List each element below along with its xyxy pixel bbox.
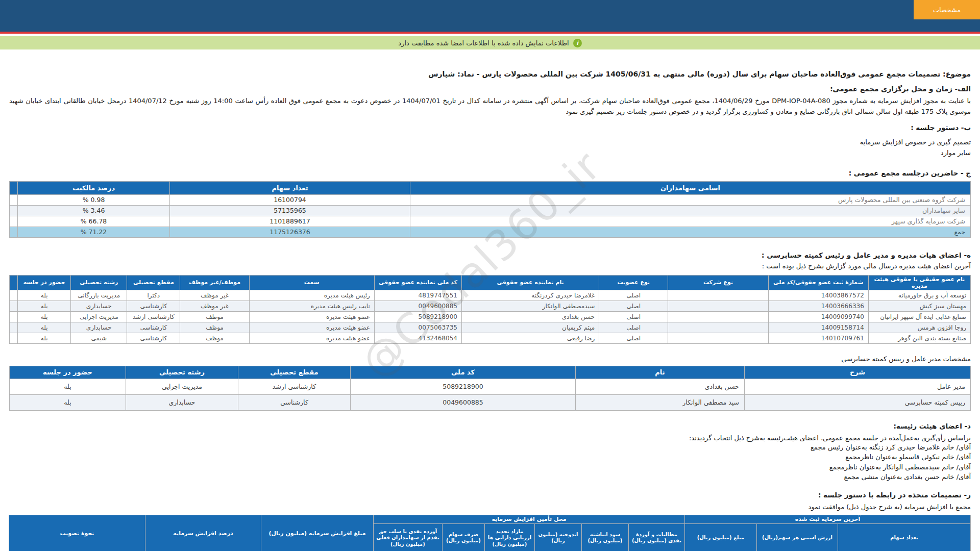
column-header-share-count: تعداد سهام [170,181,410,194]
column-header-degree: مقطع تحصیلی [127,275,180,290]
representative-id-cell: 0075063735 [374,322,461,333]
capital-increase-table: آخرین سرمایه ثبت شده محل تأمین افزایش سر… [9,515,971,551]
position-cell: عضو هیئت مدیره [249,333,374,343]
total-percent-cell: 71.22 % [18,227,170,237]
national-id-cell: 0049600885 [351,394,576,410]
section-heading-decisions: ر- تصمیمات متخذه در رابطه با دستور جلسه … [9,491,971,499]
name-cell: سید مصطفی الوانکار [576,394,745,410]
notice-text: اطلاعات نمایش داده شده با اطلاعات امضا ش… [398,39,569,47]
position-cell: عضو هیئت مدیره [249,311,374,322]
field-cell: حسابداری [71,300,127,311]
executive-status-cell: موظف [180,311,249,322]
representative-id-cell: 4819747551 [374,290,461,300]
field-cell: مدیریت بازرگانی [71,290,127,300]
section-heading-time-place: الف- زمان و محل برگزاری مجمع عمومی: [9,85,971,93]
attendees-table: اسامی سهامداران تعداد سهام درصد مالکیت ش… [9,181,971,238]
degree-cell: دکترا [127,290,180,300]
member-name-cell: صنایع غذایی ایده آل سپهر ایرانیان [868,311,970,322]
total-share-count-cell: 1175126376 [170,227,410,237]
column-header-description: شرح [745,366,971,379]
column-header-attendance: حضور در جلسه [10,366,126,379]
row-marker-cell [10,290,18,300]
table-row: شرکت سرمایه گذاری سپهر 1101889617 66.78 … [10,216,971,227]
table-row: صنایع غذایی ایده آل سپهر ایرانیان 140090… [10,311,971,322]
attendance-cell: بله [18,290,71,300]
column-header-field-of-study: رشته تحصیلی [71,275,127,290]
representative-id-cell: 4132468054 [374,333,461,343]
table-header-row: اسامی سهامداران تعداد سهام درصد مالکیت [10,181,971,194]
column-header-name: نام [576,366,745,379]
column-header-registration-number: شمارهٔ ثبت عضو حقوقی/کد ملی [768,275,868,290]
field-cell: حسابداری [71,322,127,333]
degree-cell: کارشناسی [238,394,351,410]
row-marker-cell [10,322,18,333]
degree-cell: کارشناسی [127,300,180,311]
row-marker-cell [10,205,18,216]
column-header-national-id: کد ملی [351,366,576,379]
attendance-cell: بله [10,379,126,394]
column-header-representative-national-id: کد ملی نماینده عضو حقوقی [374,275,461,290]
board-members-table: نام عضو حقیقی یا حقوقی هیئت مدیره شمارهٔ… [9,275,971,344]
member-name-cell: توسعه آب و برق خاورمیانه [868,290,970,300]
table-row: روجا افزون هرمس 14009158714 اصلی میثم کر… [10,322,971,333]
registration-number-cell: 14010709761 [768,333,868,343]
row-marker-cell [10,194,18,205]
membership-type-cell: اصلی [599,290,668,300]
total-label-cell: جمع [410,227,971,237]
row-marker-cell [10,311,18,322]
tab-specifications[interactable]: مشخصات [914,0,980,19]
company-type-cell [668,311,768,322]
column-header-cash-waiver: آورده نقدی با سلب حق تقدم از سهامداران ف… [373,523,442,551]
national-id-cell: 5089218900 [351,379,576,394]
column-header-receivables-cash: مطالبات و آوردهٔ نقدی (میلیون ریال) [628,523,684,551]
attendance-cell: بله [18,333,71,343]
agenda-item: تصمیم گیری در خصوص افزایش سرمایه [9,138,971,146]
role-cell: مدیر عامل [745,379,971,394]
group-header-increase-source: محل تأمین افزایش سرمایه [373,515,684,523]
representative-name-cell: حسن بغدادی [461,311,599,322]
row-marker-cell [10,227,18,237]
attendance-cell: بله [10,394,126,410]
column-header-ownership-percent: درصد مالکیت [18,181,170,194]
membership-type-cell: اصلی [599,322,668,333]
share-count-cell: 1101889617 [170,216,410,227]
column-header-representative-name: نام نماینده عضو حقوقی [461,275,599,290]
membership-type-cell: اصلی [599,333,668,343]
column-header-increase-percent: درصد افزایش سرمایه [145,515,261,551]
field-cell: مدیریت اجرایی [126,379,238,394]
registration-number-cell: 14009158714 [768,322,868,333]
header-red-divider [0,32,980,34]
table-row: سایر سهامداران 57135965 3.46 % [10,205,971,216]
page-title: موضوع: تصمیمات مجمع عمومی فوق‌العاده صاح… [9,70,971,78]
column-header-retained-earnings: سود انباشته (میلیون ریال) [581,523,628,551]
section-heading-board: ه- اعضای هیات مدیره و مدیر عامل و رئیس ک… [9,251,971,259]
table-row: صنایع بسته بندی البن گوهر 14010709761 اص… [10,333,971,343]
member-name-cell: صنایع بسته بندی البن گوهر [868,333,970,343]
board-subheading: آخرین اعضای هیئت مدیره درسال مالی مورد گ… [9,262,971,270]
registration-number-cell: 14003867572 [768,290,868,300]
column-header-increase-amount: مبلغ افزایش سرمایه (میلیون ریال) [261,515,373,551]
field-cell: حسابداری [126,394,238,410]
field-cell: مدیریت اجرایی [71,311,127,322]
meeting-details-paragraph: با عنایت به مجوز افزایش سرمایه به شماره … [9,96,971,117]
position-cell: رئیس هیئت مدیره [249,290,374,300]
member-name-cell: روجا افزون هرمس [868,322,970,333]
document-body: موضوع: تصمیمات مجمع عمومی فوق‌العاده صاح… [0,70,980,551]
signature-match-notice: i اطلاعات نمایش داده شده با اطلاعات امضا… [0,36,980,49]
presidium-intro: براساس رأی‌گیری به‌عمل‌آمده در جلسه مجمع… [9,434,971,442]
table-group-header-row: آخرین سرمایه ثبت شده محل تأمین افزایش سر… [9,515,970,523]
row-marker-cell [10,216,18,227]
column-header-share-premium: صرف سهام (میلیون ریال) [442,523,484,551]
column-header-row-marker [10,181,18,194]
ownership-percent-cell: 3.46 % [18,205,170,216]
section-heading-agenda: ب- دستور جلسه : [9,123,971,132]
table-row: توسعه آب و برق خاورمیانه 14003867572 اصل… [10,290,971,300]
executive-status-cell: غیر موظف [180,300,249,311]
executives-heading: مشخصات مدیر عامل و رییس کمیته حسابرسی [9,355,971,363]
registration-number-cell: 14009099740 [768,311,868,322]
column-header-approval-method: نحوهٔ تصویب [9,515,145,551]
presidium-member: آقای/ خانم سیدمصطفی الوانکار به‌عنوان نا… [9,463,971,472]
position-cell: نایب رئیس هیئت مدیره [249,300,374,311]
table-row: رییس کمیته حسابرسی سید مصطفی الوانکار 00… [10,394,971,410]
membership-type-cell: اصلی [599,311,668,322]
